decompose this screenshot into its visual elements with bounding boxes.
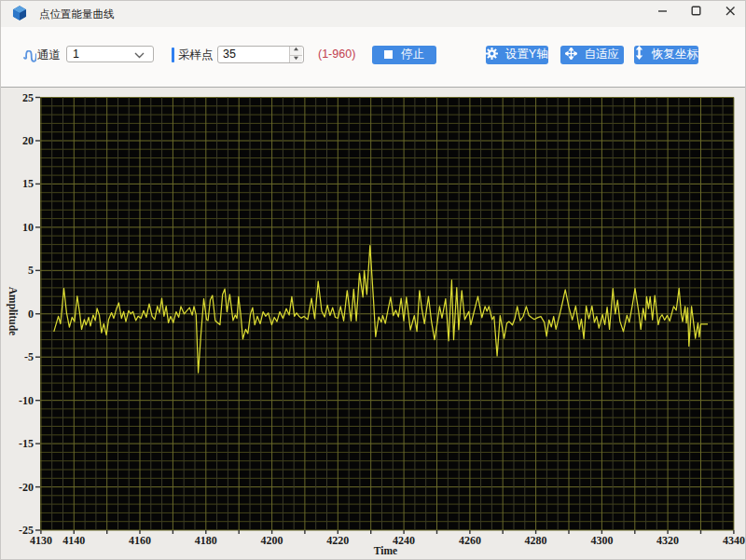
- svg-text:4200: 4200: [261, 534, 283, 547]
- svg-text:4320: 4320: [656, 534, 679, 547]
- svg-text:4140: 4140: [62, 534, 85, 547]
- svg-text:20: 20: [22, 134, 34, 147]
- svg-text:4340: 4340: [723, 534, 745, 547]
- svg-text:4180: 4180: [195, 534, 217, 547]
- svg-text:4160: 4160: [129, 534, 151, 547]
- svg-text:4260: 4260: [459, 534, 481, 547]
- svg-text:15: 15: [22, 177, 34, 190]
- svg-text:0: 0: [28, 307, 34, 321]
- svg-text:5: 5: [28, 264, 34, 277]
- svg-text:-20: -20: [19, 481, 34, 494]
- svg-text:25: 25: [22, 91, 34, 104]
- svg-text:4130: 4130: [30, 534, 52, 547]
- svg-text:Amplitude: Amplitude: [7, 287, 19, 335]
- svg-text:-5: -5: [24, 350, 34, 363]
- svg-text:-10: -10: [19, 394, 34, 407]
- svg-text:Time: Time: [374, 545, 397, 556]
- svg-text:4300: 4300: [590, 534, 613, 547]
- svg-text:-15: -15: [19, 437, 34, 450]
- svg-text:4280: 4280: [525, 534, 547, 547]
- svg-text:10: 10: [22, 221, 34, 234]
- svg-text:4220: 4220: [326, 534, 349, 547]
